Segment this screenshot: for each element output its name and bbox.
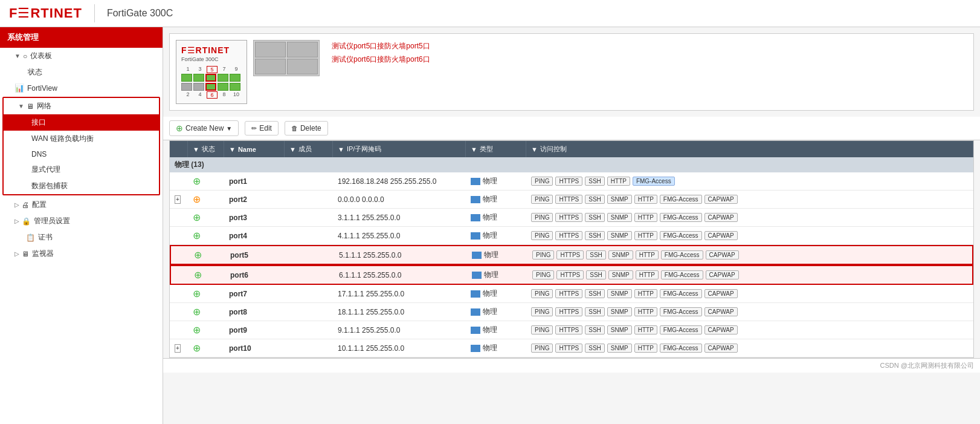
delete-button[interactable]: 🗑 Delete [285, 121, 328, 135]
access-badge-port7-PING: PING [531, 289, 553, 298]
type-cell-port7: 物理 [466, 285, 526, 302]
th-status-label: 状态 [202, 145, 215, 154]
main-content: F☰RTINET FortiGate 300C 1 3 5 7 9 [163, 27, 980, 424]
device-box: F☰RTINET FortiGate 300C 1 3 5 7 9 [176, 40, 247, 104]
port-3[interactable] [193, 74, 204, 82]
toggle-icon[interactable]: ▼ [15, 53, 21, 59]
status-cell-port5: ⊕ [189, 246, 225, 264]
access-badge-port2-HTTPS: HTTPS [555, 195, 582, 204]
member-cell-port3 [285, 215, 333, 221]
network-toggle-icon[interactable]: ▼ [18, 103, 24, 109]
table-row-port1[interactable]: ⊕port1192.168.18.248 255.255.255.0物理PING… [170, 172, 973, 191]
table-row-port3[interactable]: ⊕port33.1.1.1 255.255.0.0物理PINGHTTPSSSHS… [170, 209, 973, 227]
access-cell-port3: PINGHTTPSSSHSNMPHTTPFMG-AccessCAPWAP [526, 210, 973, 225]
port-1[interactable] [181, 74, 192, 82]
member-cell-port9 [285, 327, 333, 333]
access-badge-port3-SNMP: SNMP [607, 213, 632, 222]
access-badge-port10-CAPWAP: CAPWAP [704, 344, 738, 353]
table-row-port6[interactable]: ⊕port66.1.1.1 255.255.0.0物理PINGHTTPSSSHS… [170, 265, 973, 285]
expand-btn-port2[interactable]: + [175, 195, 181, 204]
port-9[interactable] [230, 74, 240, 82]
access-cell-port2: PINGHTTPSSSHSNMPHTTPFMG-AccessCAPWAP [526, 192, 973, 207]
table-row-port4[interactable]: ⊕port44.1.1.1 255.255.0.0物理PINGHTTPSSSHS… [170, 227, 973, 245]
type-icon-port7 [471, 290, 480, 298]
access-badge-port9-SNMP: SNMP [607, 325, 632, 334]
edit-label: Edit [259, 124, 272, 132]
access-badge-port6-CAPWAP: CAPWAP [706, 270, 739, 279]
port-8[interactable] [218, 83, 228, 91]
access-badge-port4-FMG-Access: FMG-Access [660, 231, 702, 240]
access-badge-port9-CAPWAP: CAPWAP [704, 325, 738, 334]
access-badge-port4-PING: PING [531, 231, 553, 240]
access-badge-port4-SSH: SSH [585, 231, 605, 240]
table-row-port5[interactable]: ⊕port55.1.1.1 255.255.0.0物理PINGHTTPSSSHS… [170, 245, 973, 265]
access-badge-port8-HTTPS: HTTPS [555, 307, 582, 316]
access-badge-port7-FMG-Access: FMG-Access [660, 289, 702, 298]
filter-icon-name: ▼ [229, 146, 236, 153]
access-badge-port3-HTTP: HTTP [634, 213, 657, 222]
port-7[interactable] [218, 74, 228, 82]
port-6[interactable] [205, 83, 216, 91]
table-row-port7[interactable]: ⊕port717.1.1.1 255.255.0.0物理PINGHTTPSSSH… [170, 285, 973, 303]
dashboard-icon: ○ [23, 52, 27, 60]
sidebar-item-interface[interactable]: 接口 [4, 114, 159, 131]
sidebar-item-admin[interactable]: ▷ 🔒 管理员设置 [0, 213, 163, 229]
access-badge-port9-SSH: SSH [585, 325, 605, 334]
expand-btn-port10[interactable]: + [175, 344, 181, 353]
port-2[interactable] [181, 83, 192, 91]
sidebar-item-network[interactable]: ▼ 🖥 网络 [4, 98, 159, 114]
port-4[interactable] [193, 83, 204, 91]
table-row-port9[interactable]: ⊕port99.1.1.1 255.255.0.0物理PINGHTTPSSSHS… [170, 321, 973, 339]
th-status[interactable]: ▼ 状态 [188, 141, 224, 157]
edit-button[interactable]: ✏ Edit [245, 121, 279, 135]
header-device-name: FortiGate 300C [107, 8, 173, 19]
th-name[interactable]: ▼ Name [224, 141, 285, 157]
admin-toggle-icon[interactable]: ▷ [15, 218, 19, 224]
table-row-port10[interactable]: +⊕port1010.1.1.1 255.255.0.0物理PINGHTTPSS… [170, 339, 973, 357]
type-label-port1: 物理 [483, 176, 497, 186]
device-model-label: FortiGate 300C [181, 56, 242, 62]
type-label-port3: 物理 [483, 212, 497, 223]
th-type[interactable]: ▼ 类型 [466, 141, 526, 157]
access-badge-port1-HTTPS: HTTPS [555, 177, 582, 186]
table-header: ▼ 状态 ▼ Name ▼ 成员 ▼ IP/子网掩码 ▼ 类型 [170, 141, 973, 157]
create-new-button[interactable]: ⊕ Create New ▼ [169, 120, 239, 136]
sidebar-item-cert[interactable]: 📋 证书 [0, 229, 163, 246]
sidebar-item-wan-lb[interactable]: WAN 链路负载均衡 [4, 131, 159, 147]
monitor-toggle-icon[interactable]: ▷ [15, 250, 19, 257]
th-member[interactable]: ▼ 成员 [285, 141, 333, 157]
table-row-port8[interactable]: ⊕port818.1.1.1 255.255.0.0物理PINGHTTPSSSH… [170, 303, 973, 321]
type-label-port6: 物理 [484, 270, 498, 280]
table-row-port2[interactable]: +⊕port20.0.0.0 0.0.0.0物理PINGHTTPSSSHSNMP… [170, 191, 973, 209]
sidebar-item-display-proxy[interactable]: 显式代理 [4, 161, 159, 178]
visual-cell-2 [287, 42, 318, 57]
th-member-label: 成员 [298, 145, 312, 154]
sidebar-item-monitor[interactable]: ▷ 🖥 监视器 [0, 246, 163, 262]
th-ip[interactable]: ▼ IP/子网掩码 [333, 141, 466, 157]
status-cell-port1: ⊕ [188, 172, 224, 190]
port-10[interactable] [230, 83, 240, 91]
sidebar: 系统管理 ▼ ○ 仪表板 状态 📊 FortiView ▼ 🖥 网络 接口 [0, 27, 163, 424]
name-cell-port3: port3 [224, 210, 285, 225]
sidebar-item-dashboard[interactable]: ▼ ○ 仪表板 [0, 48, 163, 64]
sidebar-item-status[interactable]: 状态 [0, 64, 163, 80]
sidebar-item-fortiview[interactable]: 📊 FortiView [0, 80, 163, 96]
config-toggle-icon[interactable]: ▷ [15, 201, 19, 208]
sidebar-item-dns[interactable]: DNS [4, 147, 159, 161]
member-cell-port6 [286, 272, 334, 278]
type-label-port8: 物理 [483, 307, 497, 317]
type-label-port7: 物理 [483, 289, 497, 299]
sidebar-item-packet-capture[interactable]: 数据包捕获 [4, 178, 159, 194]
port-5[interactable] [205, 74, 216, 82]
th-access[interactable]: ▼ 访问控制 [526, 141, 973, 157]
sidebar-item-config[interactable]: ▷ 🖨 配置 [0, 197, 163, 213]
access-badge-port6-SSH: SSH [586, 270, 606, 279]
status-icon-port10: ⊕ [193, 342, 201, 354]
logo-text: F☰RTINET [9, 5, 82, 21]
type-label-port9: 物理 [483, 325, 497, 335]
type-label-port5: 物理 [484, 250, 498, 260]
ip-cell-port10: 10.1.1.1 255.255.0.0 [333, 341, 466, 356]
footer: CSDN @北京网测科技有限公司 [163, 358, 980, 373]
type-cell-port3: 物理 [466, 209, 526, 226]
name-cell-port5: port5 [225, 248, 286, 263]
